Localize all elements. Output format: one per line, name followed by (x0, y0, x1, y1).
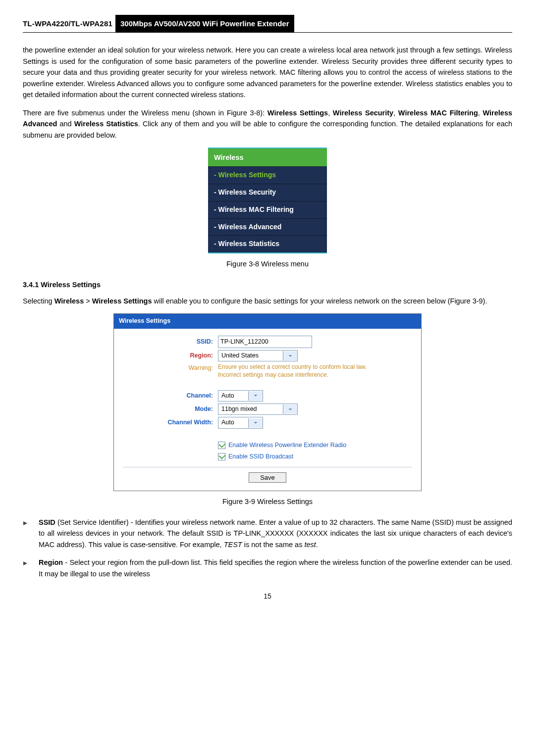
submenu-item-settings: - Wireless Settings (208, 166, 327, 184)
mode-select[interactable]: 11bgn mixed (218, 403, 298, 415)
paragraph-intro-1: the powerline extender an ideal solution… (23, 45, 512, 100)
channel-select[interactable]: Auto (218, 390, 263, 402)
triangle-bullet-icon (23, 557, 39, 569)
ssid-input[interactable]: TP-LINK_112200 (218, 336, 312, 348)
triangle-bullet-icon (23, 517, 39, 529)
chevron-down-icon (248, 418, 263, 428)
wireless-submenu-figure: Wireless - Wireless Settings - Wireless … (208, 148, 327, 253)
header-subtitle: 300Mbps AV500/AV200 WiFi Powerline Exten… (115, 15, 294, 32)
channel-width-label: Channel Width: (114, 418, 218, 427)
warning-text: Ensure you select a correct country to c… (218, 363, 367, 379)
ssid-label: SSID: (114, 337, 218, 347)
chevron-down-icon (248, 391, 263, 401)
form-title: Wireless Settings (114, 314, 421, 328)
header-model: TL-WPA4220/TL-WPA281 (23, 15, 115, 32)
figure-3-8-caption: Figure 3-8 Wireless menu (23, 258, 512, 269)
bullet-ssid: SSID (Set Service Identifier) - Identifi… (23, 517, 512, 550)
channel-width-select[interactable]: Auto (218, 417, 263, 428)
page-header: TL-WPA4220/TL-WPA281 300Mbps AV500/AV200… (23, 15, 512, 33)
submenu-item-statistics: - Wireless Statistics (208, 235, 327, 252)
enable-radio-checkbox[interactable] (218, 442, 225, 449)
enable-ssid-checkbox[interactable] (218, 453, 225, 460)
paragraph-intro-2: There are five submenus under the Wirele… (23, 107, 512, 141)
chevron-down-icon (283, 404, 297, 414)
region-label: Region: (114, 351, 218, 360)
figure-3-9-caption: Figure 3-9 Wireless Settings (23, 496, 512, 507)
divider (123, 467, 412, 467)
save-button[interactable]: Save (249, 472, 286, 483)
page-number: 15 (23, 591, 512, 602)
warning-label: Warning: (114, 363, 218, 373)
mode-label: Mode: (114, 404, 218, 414)
chevron-down-icon (283, 351, 297, 360)
channel-label: Channel: (114, 391, 218, 401)
paragraph-section-intro: Selecting Wireless > Wireless Settings w… (23, 296, 512, 306)
enable-ssid-label: Enable SSID Broadcast (228, 452, 293, 461)
submenu-head: Wireless (208, 149, 327, 166)
wireless-settings-figure: Wireless Settings SSID: TP-LINK_112200 R… (113, 313, 422, 491)
submenu-item-mac: - Wireless MAC Filtering (208, 201, 327, 218)
enable-radio-label: Enable Wireless Powerline Extender Radio (228, 441, 346, 450)
submenu-item-security: - Wireless Security (208, 184, 327, 201)
bullet-region: Region - Select your region from the pul… (23, 557, 512, 579)
section-title-3-4-1: 3.4.1 Wireless Settings (23, 279, 512, 290)
region-select[interactable]: United States (218, 350, 298, 361)
submenu-item-advanced: - Wireless Advanced (208, 218, 327, 236)
